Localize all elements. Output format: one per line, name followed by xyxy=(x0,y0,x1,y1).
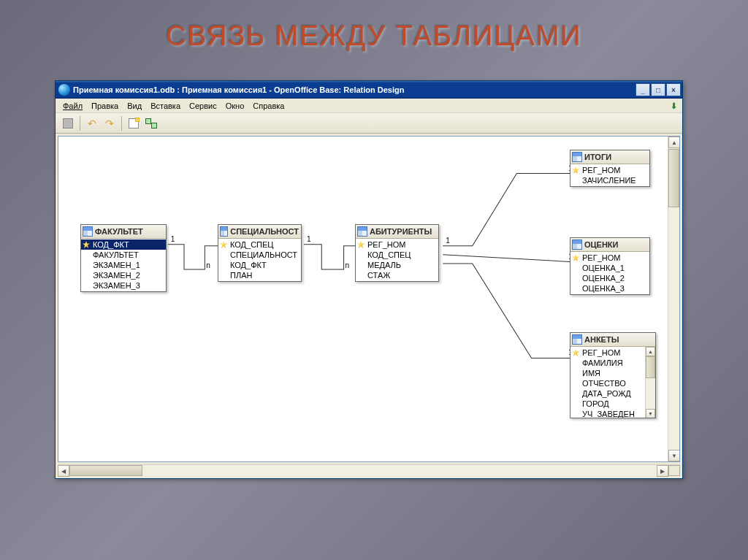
titlebar[interactable]: Приемная комиссия1.odb : Приемная комисс… xyxy=(56,81,682,99)
field[interactable]: КОД_ФКТ xyxy=(218,260,301,270)
table-itogi[interactable]: ИТОГИ РЕГ_НОМ ЗАЧИСЛЕНИЕ xyxy=(570,150,650,187)
redo-button[interactable]: ↷ xyxy=(102,115,118,131)
vertical-scrollbar[interactable]: ▲ ▼ xyxy=(668,137,679,461)
table-fakultet[interactable]: ФАКУЛЬТЕТ КОД_ФКТ ФАКУЛЬТЕТ ЭКЗАМЕН_1 ЭК… xyxy=(80,224,167,292)
scroll-thumb[interactable] xyxy=(668,149,679,207)
window-title: Приемная комиссия1.odb : Приемная комисс… xyxy=(73,85,636,94)
scroll-thumb[interactable] xyxy=(646,356,655,378)
table-header[interactable]: ИТОГИ xyxy=(570,150,649,164)
toolbar: ↶ ↷ xyxy=(56,113,682,134)
menubar: Файл Правка Вид Вставка Сервис Окно Спра… xyxy=(56,99,682,113)
menu-service[interactable]: Сервис xyxy=(185,100,221,112)
toolbar-separator xyxy=(121,116,122,131)
table-header[interactable]: ФАКУЛЬТЕТ xyxy=(81,225,166,239)
field-pk[interactable]: РЕГ_НОМ xyxy=(356,239,438,250)
field[interactable]: ФАКУЛЬТЕТ xyxy=(81,250,166,260)
table-icon xyxy=(572,334,582,345)
app-window: Приемная комиссия1.odb : Приемная комисс… xyxy=(55,80,683,479)
field[interactable]: ОЦЕНКА_3 xyxy=(570,283,649,294)
table-ankety[interactable]: АНКЕТЫ РЕГ_НОМ ФАМИЛИЯ ИМЯ ОТЧЕСТВО ДАТА… xyxy=(570,332,656,418)
field[interactable]: ОТЧЕСТВО xyxy=(570,378,655,388)
table-specialnost[interactable]: СПЕЦИАЛЬНОСТ КОД_СПЕЦ СПЕЦИАЛЬНОСТ КОД_Ф… xyxy=(218,224,302,282)
table-icon xyxy=(83,226,93,237)
field-pk[interactable]: РЕГ_НОМ xyxy=(570,348,655,358)
table-header[interactable]: СПЕЦИАЛЬНОСТ xyxy=(218,225,301,239)
scroll-thumb[interactable] xyxy=(69,465,142,476)
save-button[interactable] xyxy=(60,115,76,131)
table-header[interactable]: АНКЕТЫ xyxy=(570,333,655,347)
menu-edit[interactable]: Правка xyxy=(87,100,123,112)
maximize-button[interactable]: □ xyxy=(651,83,665,96)
undo-button[interactable]: ↶ xyxy=(84,115,100,131)
table-icon xyxy=(220,226,228,237)
field[interactable]: ОЦЕНКА_1 xyxy=(570,263,649,273)
add-table-button[interactable] xyxy=(126,115,142,131)
scroll-down-icon[interactable]: ▼ xyxy=(646,409,655,418)
close-button[interactable]: × xyxy=(666,83,681,96)
redo-icon: ↷ xyxy=(105,118,114,129)
field[interactable]: ПЛАН xyxy=(218,270,301,280)
table-header[interactable]: ОЦЕНКИ xyxy=(570,238,649,252)
field[interactable]: УЧ_ЗАВЕДЕН xyxy=(570,409,655,418)
menu-help[interactable]: Справка xyxy=(248,100,289,112)
field[interactable]: ОЦЕНКА_2 xyxy=(570,273,649,283)
table-icon xyxy=(572,239,582,250)
horizontal-scrollbar[interactable]: ◀ ▶ xyxy=(58,464,680,476)
field[interactable]: ЗАЧИСЛЕНИЕ xyxy=(570,175,649,185)
menu-file[interactable]: Файл xyxy=(58,100,87,112)
field-pk[interactable]: КОД_СПЕЦ xyxy=(218,239,301,250)
field-pk[interactable]: РЕГ_НОМ xyxy=(570,253,649,263)
field[interactable]: ИМЯ xyxy=(570,368,655,378)
add-table-icon xyxy=(129,118,139,129)
table-icon xyxy=(572,152,582,162)
field[interactable]: СПЕЦИАЛЬНОСТ xyxy=(218,250,301,260)
field-pk[interactable]: КОД_ФКТ xyxy=(81,239,166,250)
app-icon xyxy=(58,84,70,96)
toolbar-separator xyxy=(80,116,80,131)
field[interactable]: СТАЖ xyxy=(356,270,438,280)
table-title: ИТОГИ xyxy=(584,153,611,161)
save-icon xyxy=(63,118,73,129)
field[interactable]: ГОРОД xyxy=(570,399,655,409)
field[interactable]: ЭКЗАМЕН_2 xyxy=(81,270,166,280)
table-title: АБИТУРИЕНТЫ xyxy=(370,227,432,236)
table-title: СПЕЦИАЛЬНОСТ xyxy=(230,227,299,236)
slide-title: СВЯЗЬ МЕЖДУ ТАБЛИЦАМИ xyxy=(0,0,748,59)
table-title: ФАКУЛЬТЕТ xyxy=(95,227,143,236)
field[interactable]: ФАМИЛИЯ xyxy=(570,358,655,368)
undo-icon: ↶ xyxy=(88,118,96,129)
table-title: ОЦЕНКИ xyxy=(584,240,619,249)
relation-icon xyxy=(145,118,157,129)
new-relation-button[interactable] xyxy=(143,115,159,131)
scroll-down-icon[interactable]: ▼ xyxy=(668,450,680,461)
scroll-up-icon[interactable]: ▲ xyxy=(646,347,655,356)
download-icon[interactable]: ⬇ xyxy=(668,100,679,112)
field[interactable]: ДАТА_РОЖД xyxy=(570,388,655,399)
svg-text:n: n xyxy=(346,261,350,269)
field[interactable]: ЭКЗАМЕН_1 xyxy=(81,260,166,270)
svg-text:n: n xyxy=(206,261,210,269)
table-header[interactable]: АБИТУРИЕНТЫ xyxy=(356,225,438,239)
table-scrollbar[interactable]: ▲ ▼ xyxy=(645,347,655,418)
menu-window[interactable]: Окно xyxy=(221,100,249,112)
field[interactable]: ЭКЗАМЕН_3 xyxy=(81,280,166,291)
menu-view[interactable]: Вид xyxy=(123,100,146,112)
field[interactable]: МЕДАЛЬ xyxy=(356,260,438,270)
table-icon xyxy=(357,226,367,237)
svg-text:1: 1 xyxy=(171,235,175,243)
minimize-button[interactable]: _ xyxy=(636,83,650,96)
field[interactable]: КОД_СПЕЦ xyxy=(356,250,438,260)
table-title: АНКЕТЫ xyxy=(584,335,619,344)
relation-canvas[interactable]: 1 n 1 n 1 1 1 1 ФАКУ xyxy=(58,136,680,462)
svg-text:1: 1 xyxy=(446,237,450,245)
scroll-right-icon[interactable]: ▶ xyxy=(657,465,668,477)
svg-text:1: 1 xyxy=(307,235,311,243)
scroll-corner xyxy=(668,465,680,476)
table-ocenki[interactable]: ОЦЕНКИ РЕГ_НОМ ОЦЕНКА_1 ОЦЕНКА_2 ОЦЕНКА_… xyxy=(570,237,650,295)
scroll-left-icon[interactable]: ◀ xyxy=(58,465,69,477)
scroll-up-icon[interactable]: ▲ xyxy=(668,137,680,148)
table-abiturienty[interactable]: АБИТУРИЕНТЫ РЕГ_НОМ КОД_СПЕЦ МЕДАЛЬ СТАЖ xyxy=(355,224,439,282)
menu-insert[interactable]: Вставка xyxy=(146,100,185,112)
field-pk[interactable]: РЕГ_НОМ xyxy=(570,165,649,175)
